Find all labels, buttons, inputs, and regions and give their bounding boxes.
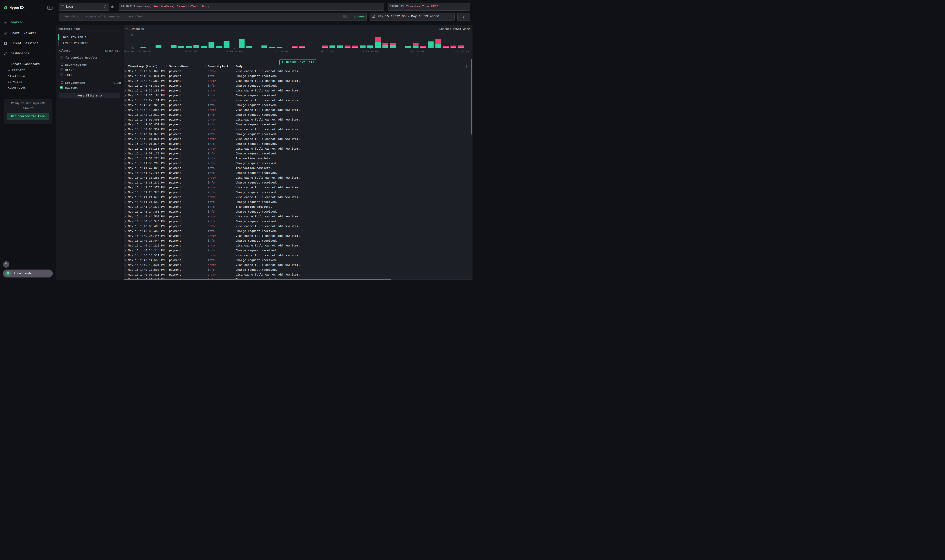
svg-text:1:36:45 PM: 1:36:45 PM bbox=[272, 50, 288, 53]
svg-text:1:33:45 PM: 1:33:45 PM bbox=[181, 50, 197, 53]
svg-text:1:39:45 PM: 1:39:45 PM bbox=[362, 50, 378, 53]
svg-text:1:35:15 PM: 1:35:15 PM bbox=[227, 50, 242, 53]
svg-text:May 15 1:32:00 PM: May 15 1:32:00 PM bbox=[124, 50, 151, 53]
svg-text:1:42:45 PM: 1:42:45 PM bbox=[453, 50, 469, 53]
svg-text:0: 0 bbox=[132, 47, 134, 50]
svg-text:1:38:15 PM: 1:38:15 PM bbox=[317, 50, 333, 53]
svg-text:1:41:15 PM: 1:41:15 PM bbox=[408, 50, 424, 53]
svg-text:12: 12 bbox=[131, 34, 134, 37]
